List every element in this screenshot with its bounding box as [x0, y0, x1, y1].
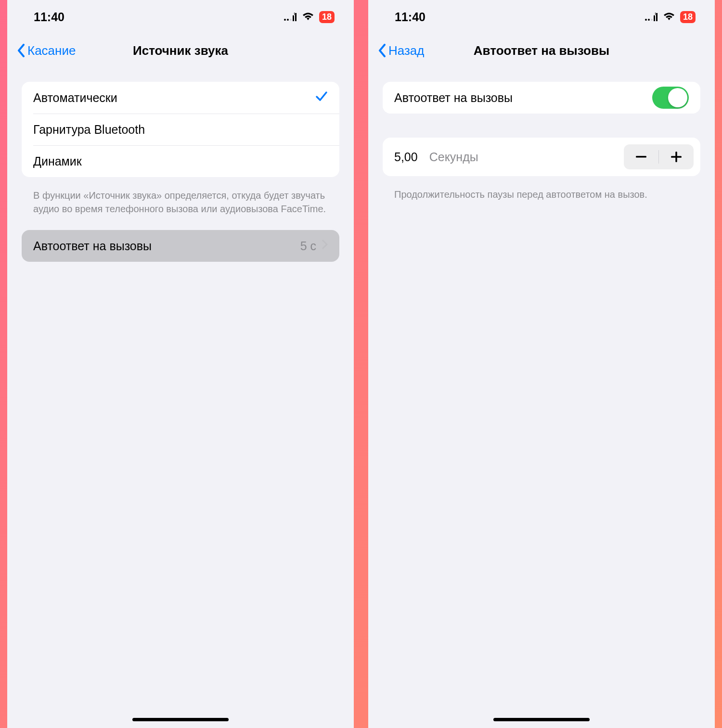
nav-bar: Касание Источник звука [7, 34, 354, 67]
status-time: 11:40 [395, 10, 425, 24]
status-right: 18 [645, 11, 696, 23]
option-auto[interactable]: Автоматически [22, 82, 339, 114]
svg-rect-5 [294, 13, 295, 15]
quantity-stepper [624, 144, 694, 169]
back-label: Касание [27, 43, 76, 58]
stepper-group: 5,00 Секунды [383, 138, 700, 176]
stepper-minus[interactable] [624, 144, 658, 169]
svg-rect-11 [655, 13, 656, 15]
phone-left: 11:40 18 Касание Источник звука Автомати… [7, 0, 354, 728]
content: Автоответ на вызовы 5,00 Секунды [368, 67, 715, 728]
back-button[interactable]: Касание [17, 43, 76, 58]
auto-answer-row[interactable]: Автоответ на вызовы 5 с [22, 230, 339, 262]
back-label: Назад [388, 43, 425, 58]
content: Автоматически Гарнитура Bluetooth Динами… [7, 67, 354, 728]
svg-rect-14 [671, 156, 682, 158]
svg-point-2 [290, 19, 292, 21]
svg-rect-9 [654, 15, 655, 21]
battery-icon: 18 [680, 11, 696, 23]
option-speaker[interactable]: Динамик [33, 145, 339, 177]
stepper-plus[interactable] [659, 144, 694, 169]
option-label: Гарнитура Bluetooth [33, 123, 145, 137]
home-indicator[interactable] [493, 718, 590, 721]
auto-answer-toggle[interactable] [652, 87, 689, 109]
stepper-unit: Секунды [429, 150, 624, 164]
svg-rect-3 [293, 15, 294, 21]
status-time: 11:40 [34, 10, 64, 24]
delay-stepper-row: 5,00 Секунды [383, 138, 700, 176]
battery-level: 18 [322, 12, 332, 22]
svg-point-1 [287, 19, 289, 21]
svg-rect-4 [295, 13, 297, 21]
nav-bar: Назад Автоответ на вызовы [368, 34, 715, 67]
row-label: Автоответ на вызовы [33, 239, 152, 253]
battery-level: 18 [683, 12, 693, 22]
toggle-label: Автоответ на вызовы [394, 91, 513, 105]
status-right: 18 [284, 11, 335, 23]
option-label: Динамик [33, 154, 82, 168]
row-accessory: 5 с [300, 239, 328, 253]
wifi-icon [663, 13, 675, 21]
stepper-value: 5,00 [394, 150, 418, 164]
auto-answer-group: Автоответ на вызовы 5 с [22, 230, 339, 262]
toggle-group: Автоответ на вызовы [383, 82, 700, 114]
svg-point-8 [651, 19, 653, 21]
minus-icon [636, 156, 646, 158]
option-label: Автоматически [33, 91, 117, 105]
option-bluetooth[interactable]: Гарнитура Bluetooth [33, 114, 339, 145]
plus-icon [671, 152, 682, 162]
wifi-icon [302, 13, 314, 21]
chevron-left-icon [17, 44, 26, 57]
status-bar: 11:40 18 [368, 0, 715, 34]
cellular-icon [645, 13, 658, 21]
battery-icon: 18 [319, 11, 335, 23]
svg-rect-12 [636, 156, 646, 158]
chevron-right-icon [322, 240, 328, 252]
svg-point-0 [284, 19, 286, 21]
auto-answer-toggle-row: Автоответ на вызовы [383, 82, 700, 114]
row-value: 5 с [300, 239, 316, 253]
cellular-icon [284, 13, 297, 21]
back-button[interactable]: Назад [378, 43, 425, 58]
svg-rect-10 [656, 13, 658, 21]
group-footer: Продолжительность паузы перед автоответо… [383, 183, 700, 216]
status-bar: 11:40 18 [7, 0, 354, 34]
home-indicator[interactable] [132, 718, 229, 721]
group-footer: В функции «Источник звука» определяется,… [22, 184, 339, 230]
checkmark-icon [315, 90, 328, 106]
audio-route-group: Автоматически Гарнитура Bluetooth Динами… [22, 82, 339, 177]
svg-point-6 [645, 19, 647, 21]
phone-right: 11:40 18 Назад Автоответ на вызовы Автоо… [368, 0, 715, 728]
chevron-left-icon [378, 44, 387, 57]
svg-point-7 [648, 19, 650, 21]
